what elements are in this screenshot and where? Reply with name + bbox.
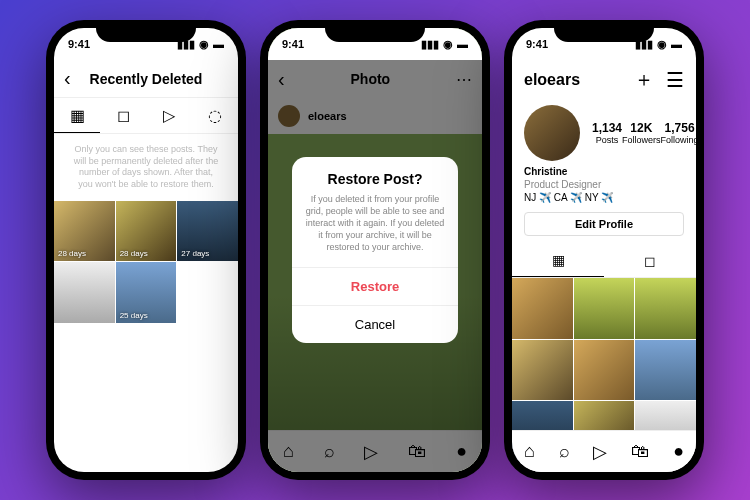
- deleted-thumb[interactable]: 28 days: [54, 201, 115, 262]
- deleted-thumb[interactable]: 25 days: [116, 262, 177, 323]
- cancel-button[interactable]: Cancel: [292, 305, 459, 343]
- restore-modal: Restore Post? If you deleted it from you…: [292, 157, 459, 344]
- wifi-icon: ◉: [657, 38, 667, 51]
- stat-following[interactable]: 1,756Following: [661, 121, 696, 145]
- wifi-icon: ◉: [443, 38, 453, 51]
- deleted-thumb[interactable]: [54, 262, 115, 323]
- modal-body: If you deleted it from your profile grid…: [292, 193, 459, 268]
- nav-home-icon[interactable]: ⌂: [524, 441, 535, 462]
- status-time: 9:41: [282, 38, 304, 50]
- restore-button[interactable]: Restore: [292, 267, 459, 305]
- profile-thumb[interactable]: [635, 340, 696, 401]
- bio-name: Christine: [524, 165, 684, 178]
- tab-reels[interactable]: ▷: [146, 98, 192, 133]
- modal-title: Restore Post?: [292, 157, 459, 193]
- edit-profile-button[interactable]: Edit Profile: [524, 212, 684, 236]
- deleted-thumb[interactable]: 27 days: [177, 201, 238, 262]
- status-time: 9:41: [526, 38, 548, 50]
- profile-thumb[interactable]: [574, 278, 635, 339]
- tab-posts-grid[interactable]: ▦: [512, 244, 604, 277]
- profile-thumb[interactable]: [574, 340, 635, 401]
- modal-backdrop: Restore Post? If you deleted it from you…: [268, 28, 482, 472]
- deleted-thumb[interactable]: 28 days: [116, 201, 177, 262]
- wifi-icon: ◉: [199, 38, 209, 51]
- signal-icon: ▮▮▮: [421, 38, 439, 51]
- bio-location: NJ ✈️ CA ✈️ NY ✈️: [524, 191, 684, 204]
- menu-icon[interactable]: ☰: [666, 68, 684, 92]
- phone-profile: 9:41 ▮▮▮◉▬ eloears ＋ ☰ 1,134Posts 12KFol…: [504, 20, 704, 480]
- profile-thumb[interactable]: [512, 340, 573, 401]
- battery-icon: ▬: [457, 38, 468, 50]
- back-icon[interactable]: ‹: [64, 67, 71, 90]
- profile-stats: 1,134Posts 12KFollowers 1,756Following: [592, 121, 696, 145]
- tab-stories[interactable]: ◻: [100, 98, 146, 133]
- stat-followers[interactable]: 12KFollowers: [622, 121, 661, 145]
- profile-thumb[interactable]: [635, 278, 696, 339]
- phone-recently-deleted: 9:41 ▮▮▮◉▬ ‹ Recently Deleted ▦ ◻ ▷ ◌ On…: [46, 20, 246, 480]
- page-title: Recently Deleted: [90, 71, 203, 87]
- tab-tagged[interactable]: ◻: [604, 244, 696, 277]
- phone-restore-modal: 9:41 ▮▮▮◉▬ ‹ Photo ⋯ eloears ⌂ ⌕ ▷ 🛍︎ ● …: [260, 20, 490, 480]
- profile-tabs: ▦ ◻: [512, 244, 696, 278]
- stat-posts[interactable]: 1,134Posts: [592, 121, 622, 145]
- profile-bio: Christine Product Designer NJ ✈️ CA ✈️ N…: [512, 165, 696, 204]
- profile-username[interactable]: eloears: [524, 71, 622, 89]
- battery-icon: ▬: [671, 38, 682, 50]
- nav-profile-icon[interactable]: ●: [673, 441, 684, 462]
- status-time: 9:41: [68, 38, 90, 50]
- profile-header: eloears ＋ ☰: [512, 60, 696, 99]
- battery-icon: ▬: [213, 38, 224, 50]
- bottom-nav: ⌂ ⌕ ▷ 🛍︎ ●: [512, 430, 696, 472]
- header: ‹ Recently Deleted: [54, 60, 238, 98]
- nav-reels-icon[interactable]: ▷: [593, 441, 607, 463]
- bio-role: Product Designer: [524, 178, 684, 191]
- nav-search-icon[interactable]: ⌕: [559, 441, 570, 462]
- tab-igtv[interactable]: ◌: [192, 98, 238, 133]
- profile-info-row: 1,134Posts 12KFollowers 1,756Following: [512, 99, 696, 165]
- tab-grid[interactable]: ▦: [54, 98, 100, 133]
- avatar[interactable]: [524, 105, 580, 161]
- nav-shop-icon[interactable]: 🛍︎: [631, 441, 649, 462]
- info-text: Only you can see these posts. They will …: [54, 134, 238, 201]
- new-post-icon[interactable]: ＋: [634, 66, 654, 93]
- deleted-grid: 28 days 28 days 27 days 25 days: [54, 201, 238, 323]
- content-type-tabs: ▦ ◻ ▷ ◌: [54, 98, 238, 134]
- profile-thumb[interactable]: [512, 278, 573, 339]
